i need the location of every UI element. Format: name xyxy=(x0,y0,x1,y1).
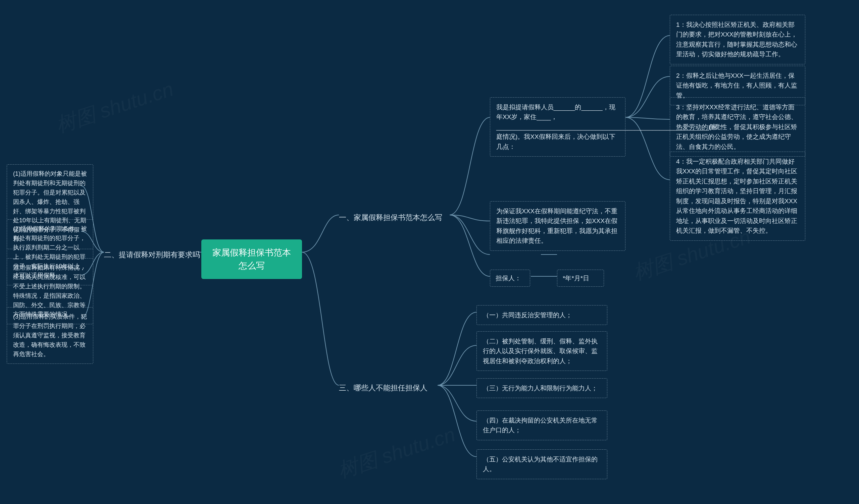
branch1-guarantor-text: 担保人： xyxy=(496,274,521,282)
watermark: 树图 shutu.cn xyxy=(52,76,177,139)
branch-1[interactable]: 一、家属假释担保书范本怎么写 xyxy=(339,210,442,225)
branch1-date-text: *年*月*日 xyxy=(563,274,589,282)
branch3-item-5[interactable]: （五）公安机关认为其他不适宜作担保的人。 xyxy=(477,449,607,479)
branch3-item-2-text: （二）被判处管制、缓刑、假释、监外执行的人以及实行保外就医、取保候审、监视居住和… xyxy=(483,338,598,364)
branch3-item-5-text: （五）公安机关认为其他不适宜作担保的人。 xyxy=(483,456,598,472)
branch-3-label: 三、哪些人不能担任担保人 xyxy=(339,383,427,392)
branch-2[interactable]: 二、提请假释对刑期有要求吗 xyxy=(104,247,198,262)
branch1-point-3-text: 3：坚持对XXX经常进行法纪、道德等方面的教育，培养其遵纪守法，遵守社会公德、热… xyxy=(676,104,797,150)
root-node[interactable]: 家属假释担保书范本怎么写 xyxy=(201,239,302,279)
branch1-point-2-text: 2：假释之后让他与XXX一起生活居住，保证他有饭吃，有地方住，有人照顾，有人监管… xyxy=(676,72,797,99)
branch1-point-1-text: 1：我决心按照社区矫正机关、政府相关部门的要求，把对XXX的管教时刻放在心上，注… xyxy=(676,21,797,58)
branch1-guarantee[interactable]: 为保证我XXX在假释期间能遵纪守法，不重新违法犯罪，我特此提供担保，如XXX在假… xyxy=(490,201,626,251)
branch-2-label: 二、提请假释对刑期有要求吗 xyxy=(104,251,200,259)
branch1-guarantee-text: 为保证我XXX在假释期间能遵纪守法，不重新违法犯罪，我特此提供担保，如XXX在假… xyxy=(496,208,617,244)
branch1-point-1[interactable]: 1：我决心按照社区矫正机关、政府相关部门的要求，把对XXX的管教时刻放在心上，注… xyxy=(670,15,805,64)
branch3-item-4-text: （四）在裁决拘留的公安机关所在地无常住户口的人； xyxy=(483,417,598,434)
branch1-guarantor[interactable]: 担保人： xyxy=(490,270,530,287)
branch2-item-4-text: (3)适用假释的实质条件，犯罪分子在刑罚执行期间，必须认真遵守监视，接受教育改造… xyxy=(13,313,87,358)
branch1-intro[interactable]: 我是拟提请假释人员______的______，现年XX岁，家住____，____… xyxy=(490,97,626,157)
branch3-item-3[interactable]: （三）无行为能力人和限制行为能力人； xyxy=(477,378,607,398)
branch3-item-1[interactable]: （一）共同违反治安管理的人； xyxy=(477,305,607,325)
root-title: 家属假释担保书范本怎么写 xyxy=(212,248,291,271)
branch3-item-2[interactable]: （二）被判处管制、缓刑、假释、监外执行的人以及实行保外就医、取保候审、监视居住和… xyxy=(477,331,607,371)
branch1-point-4-text: 4：我一定积极配合政府相关部门共同做好我XXX的日常管理工作，督促其定时向社区矫… xyxy=(676,158,797,234)
branch3-item-4[interactable]: （四）在裁决拘留的公安机关所在地无常住户口的人； xyxy=(477,410,607,440)
branch1-date[interactable]: *年*月*日 xyxy=(557,270,604,287)
branch2-item-4[interactable]: (3)适用假释的实质条件，犯罪分子在刑罚执行期间，必须认真遵守监视，接受教育改造… xyxy=(7,307,93,364)
branch-3[interactable]: 三、哪些人不能担任担保人 xyxy=(339,380,427,395)
watermark: 树图 shutu.cn xyxy=(334,421,459,485)
branch1-point-3[interactable]: 3：坚持对XXX经常进行法纪、道德等方面的教育，培养其遵纪守法，遵守社会公德、热… xyxy=(670,97,805,157)
branch1-point-4[interactable]: 4：我一定积极配合政府相关部门共同做好我XXX的日常管理工作，督促其定时向社区矫… xyxy=(670,152,805,241)
branch3-item-3-text: （三）无行为能力人和限制行为能力人； xyxy=(483,384,598,392)
branch3-item-1-text: （一）共同违反治安管理的人； xyxy=(483,312,572,318)
branch-1-label: 一、家属假释担保书范本怎么写 xyxy=(339,213,442,222)
